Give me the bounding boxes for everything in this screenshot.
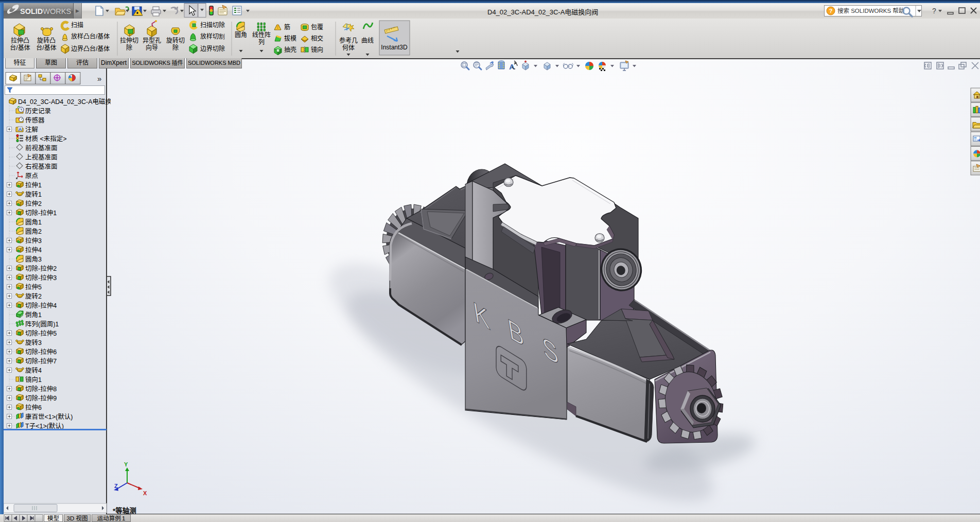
svg-text:圆角3: 圆角3 (25, 256, 42, 263)
svg-text:拉伸1: 拉伸1 (25, 181, 42, 189)
svg-text:T子<1>(默认): T子<1>(默认) (25, 422, 64, 430)
svg-text:拉伸5: 拉伸5 (25, 283, 42, 291)
svg-text:*等轴测: *等轴测 (113, 507, 136, 515)
svg-text:»: » (97, 74, 101, 83)
svg-text:旋转1: 旋转1 (25, 190, 42, 198)
svg-text:传感器: 传感器 (25, 116, 45, 124)
svg-text:旋转2: 旋转2 (25, 292, 42, 300)
svg-text:Y: Y (124, 461, 128, 467)
svg-text:上视基准面: 上视基准面 (25, 153, 58, 161)
svg-text:原点: 原点 (25, 172, 38, 180)
svg-text:切除-拉伸4: 切除-拉伸4 (25, 302, 57, 309)
svg-text:圆角2: 圆角2 (25, 228, 42, 235)
svg-text:圆角1: 圆角1 (25, 219, 42, 226)
svg-text:倒角1: 倒角1 (25, 311, 42, 319)
svg-text:拉伸2: 拉伸2 (25, 200, 42, 207)
svg-text:Z: Z (114, 483, 118, 489)
svg-text:切除-拉伸9: 切除-拉伸9 (25, 394, 57, 402)
svg-text:拉伸6: 拉伸6 (25, 404, 42, 411)
svg-text:X: X (143, 490, 147, 496)
svg-text:切除-拉伸7: 切除-拉伸7 (25, 357, 57, 365)
svg-text:切除-拉伸8: 切除-拉伸8 (25, 385, 57, 393)
svg-text:材质 <未指定>: 材质 <未指定> (25, 135, 67, 143)
svg-text:拉伸3: 拉伸3 (25, 237, 42, 245)
svg-text:前视基准面: 前视基准面 (25, 144, 58, 152)
svg-text:旋转3: 旋转3 (25, 339, 42, 346)
svg-text:旋转4: 旋转4 (25, 367, 42, 374)
svg-text:右视基准面: 右视基准面 (25, 163, 58, 170)
svg-text:拉伸4: 拉伸4 (25, 246, 42, 254)
svg-text:镜向1: 镜向1 (25, 376, 42, 384)
svg-text:切除-拉伸5: 切除-拉伸5 (25, 329, 57, 337)
svg-text:D4_02_3C-AD4_02_3C-A电磁换: D4_02_3C-AD4_02_3C-A电磁换 (18, 98, 111, 106)
svg-text:切除-拉伸6: 切除-拉伸6 (25, 348, 57, 356)
svg-text:阵列(圆周)1: 阵列(圆周)1 (25, 321, 59, 328)
svg-text:注解: 注解 (25, 126, 38, 133)
svg-text:切除-拉伸3: 切除-拉伸3 (25, 274, 57, 282)
svg-text:切除-拉伸1: 切除-拉伸1 (25, 209, 57, 217)
svg-text:历史记录: 历史记录 (25, 108, 51, 115)
svg-text:A: A (19, 127, 22, 132)
svg-text:切除-拉伸2: 切除-拉伸2 (25, 265, 57, 272)
svg-text:康百世<1>(默认): 康百世<1>(默认) (25, 413, 73, 421)
